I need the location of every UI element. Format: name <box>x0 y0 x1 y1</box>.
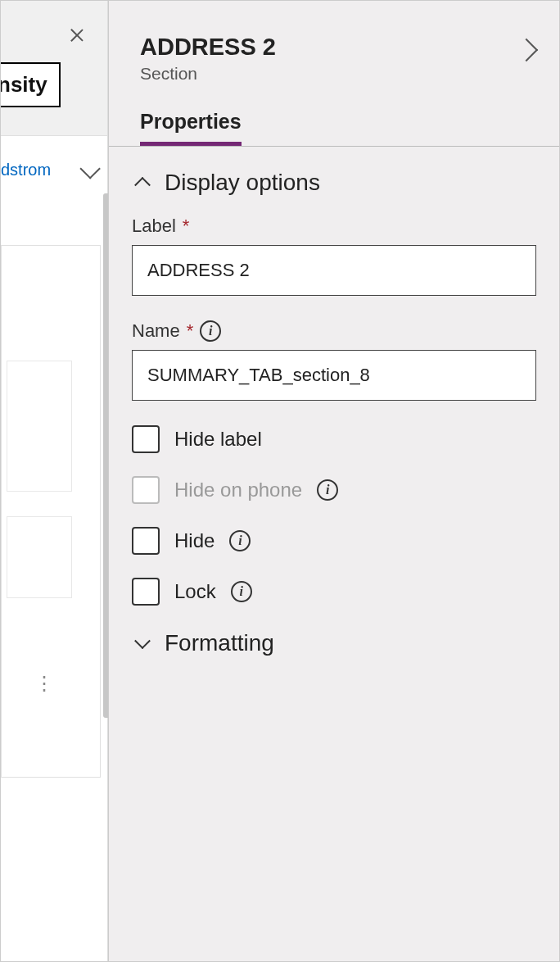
group-title: Formatting <box>165 630 274 656</box>
panel-title: ADDRESS 2 <box>140 34 535 61</box>
canvas-residual: nsity dstrom ⋮ <box>1 1 108 961</box>
more-icon[interactable]: ⋮ <box>34 672 56 695</box>
preview-field-placeholder <box>7 516 72 598</box>
panel-header: ADDRESS 2 Section <box>109 1 559 84</box>
preview-field-placeholder <box>7 361 72 492</box>
lock-checkbox[interactable] <box>132 578 160 606</box>
record-link-row[interactable]: dstrom <box>1 136 107 196</box>
properties-panel: ADDRESS 2 Section Properties Display opt… <box>108 1 559 961</box>
info-icon[interactable]: i <box>317 479 338 501</box>
hide-label-text: Hide label <box>174 428 262 451</box>
required-asterisk: * <box>187 320 194 342</box>
lock-text: Lock <box>174 580 216 603</box>
panel-body: Display options Label * Name * i Hide la… <box>109 147 559 961</box>
name-field-label: Name * i <box>132 320 536 342</box>
chevron-up-icon <box>134 177 151 193</box>
panel-subtitle: Section <box>140 64 535 84</box>
hide-checkbox[interactable] <box>132 527 160 555</box>
required-asterisk: * <box>183 216 190 237</box>
chevron-down-icon <box>134 633 151 649</box>
hide-text: Hide <box>174 529 215 552</box>
name-input[interactable] <box>132 350 536 401</box>
left-body: dstrom ⋮ <box>1 136 107 961</box>
close-icon[interactable] <box>67 25 87 45</box>
info-icon[interactable]: i <box>229 530 251 551</box>
label-text: Name <box>132 320 180 342</box>
hide-label-row: Hide label <box>132 425 536 453</box>
label-input[interactable] <box>132 245 536 296</box>
hide-on-phone-text: Hide on phone <box>174 479 302 501</box>
hide-row: Hide i <box>132 527 536 555</box>
label-field-label: Label * <box>132 216 536 237</box>
group-header-formatting[interactable]: Formatting <box>132 630 536 656</box>
tab-properties[interactable]: Properties <box>140 110 242 146</box>
panel-tabs: Properties <box>109 110 559 147</box>
info-icon[interactable]: i <box>231 581 252 602</box>
hide-label-checkbox[interactable] <box>132 425 160 453</box>
hide-on-phone-row: Hide on phone i <box>132 476 536 504</box>
hide-on-phone-checkbox <box>132 476 160 504</box>
left-toolbar-area: nsity <box>1 1 107 136</box>
density-button-truncated[interactable]: nsity <box>0 62 61 107</box>
label-text: Label <box>132 216 176 237</box>
group-title: Display options <box>165 170 320 196</box>
lock-row: Lock i <box>132 578 536 606</box>
group-header-display-options[interactable]: Display options <box>132 170 536 196</box>
info-icon[interactable]: i <box>200 320 221 342</box>
form-preview-card[interactable]: ⋮ <box>1 245 101 778</box>
chevron-down-icon <box>79 158 100 179</box>
record-link-text: dstrom <box>1 161 51 179</box>
